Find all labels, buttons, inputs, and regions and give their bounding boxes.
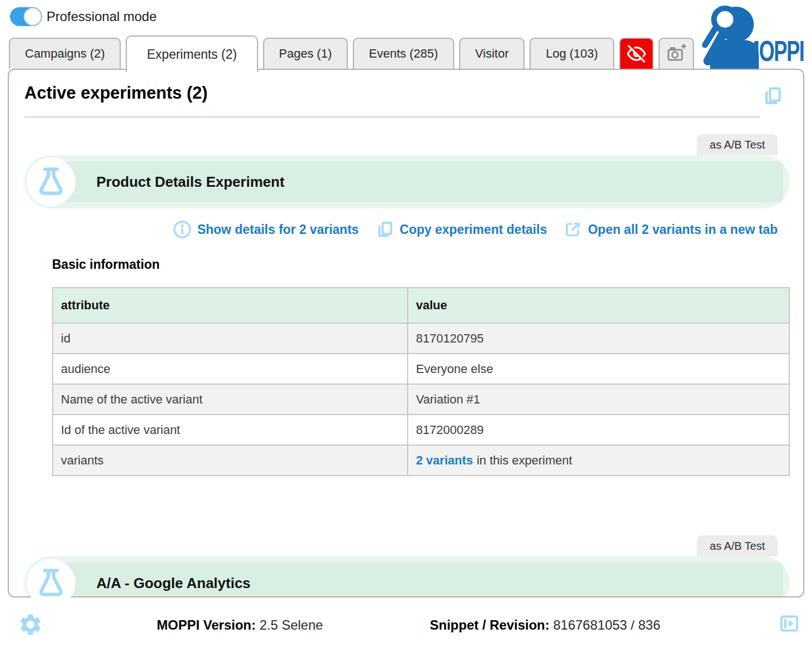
experiment-type-badge: as A/B Test (697, 134, 778, 155)
tab-pages[interactable]: Pages (1) (263, 38, 348, 69)
value-column-header: value (408, 288, 789, 323)
table-row: Id of the active variant 8172000289 (53, 415, 789, 445)
title-divider (24, 116, 760, 117)
professional-mode-label: Professional mode (47, 9, 157, 24)
value-cell: 8172000289 (408, 415, 789, 445)
flask-icon-circle (27, 157, 75, 206)
external-link-icon (563, 220, 582, 239)
copy-experiment-label: Copy experiment details (400, 222, 547, 237)
value-cell: Everyone else (408, 354, 789, 384)
moppi-debugger-window: Professional mode MOPPI Campaigns (2) Ex… (0, 0, 812, 654)
moppi-logo-text: MOPPI (743, 34, 804, 68)
tab-log[interactable]: Log (103) (530, 38, 614, 69)
tab-campaigns[interactable]: Campaigns (2) (9, 38, 121, 69)
settings-gear-icon[interactable] (18, 612, 43, 637)
experiment-actions-row: Show details for 2 variants Copy experim… (173, 218, 778, 241)
basic-information-table: attribute value id 8170120795 audience E… (52, 287, 790, 476)
show-details-label: Show details for 2 variants (197, 222, 358, 237)
info-icon (173, 220, 192, 239)
experiment-banner-clipped[interactable]: A/A - Google Analytics (24, 556, 790, 596)
experiment-name: A/A - Google Analytics (96, 556, 250, 596)
snippet-revision-text: Snippet / Revision: 8167681053 / 836 (430, 617, 660, 633)
copy-experiment-link[interactable]: Copy experiment details (376, 220, 547, 239)
table-header-row: attribute value (53, 288, 789, 323)
version-text: MOPPI Version: 2.5 Selene (157, 617, 323, 633)
attribute-cell: Name of the active variant (53, 384, 408, 415)
version-label: MOPPI Version: (157, 617, 256, 632)
tab-experiments[interactable]: Experiments (2) (126, 35, 258, 72)
table-row: variants 2 variantsin this experiment (53, 445, 789, 476)
attribute-cell: audience (53, 354, 408, 384)
snippet-value: 8167681053 / 836 (553, 617, 661, 632)
experiment-banner[interactable]: Product Details Experiment (24, 155, 790, 208)
flask-icon-circle (27, 559, 75, 607)
variants-link[interactable]: 2 variants (416, 453, 473, 467)
attribute-cell: id (53, 323, 408, 354)
open-side-panel-icon[interactable] (779, 613, 800, 634)
experiment-banner: A/A - Google Analytics (24, 556, 790, 596)
open-variants-link[interactable]: Open all 2 variants in a new tab (563, 220, 778, 239)
value-cell: 8170120795 (408, 323, 789, 354)
tab-visitor[interactable]: Visitor (459, 38, 525, 69)
professional-mode-toggle[interactable] (10, 7, 42, 26)
eye-off-icon (627, 44, 646, 63)
footer: MOPPI Version: 2.5 Selene Snippet / Revi… (0, 597, 812, 654)
flask-icon (35, 566, 67, 600)
value-cell: 2 variantsin this experiment (408, 445, 789, 476)
open-variants-label: Open all 2 variants in a new tab (588, 222, 778, 237)
attribute-cell: variants (53, 445, 408, 476)
attribute-cell: Id of the active variant (53, 415, 408, 445)
professional-mode-row: Professional mode (10, 7, 157, 26)
tab-bar: Campaigns (2) Experiments (2) Pages (1) … (9, 38, 694, 72)
camera-plus-icon (666, 43, 687, 64)
attribute-column-header: attribute (53, 288, 408, 323)
experiment-type-badge: as A/B Test (697, 535, 778, 556)
tab-events[interactable]: Events (285) (353, 38, 454, 69)
table-row: id 8170120795 (53, 323, 789, 354)
experiment-name: Product Details Experiment (96, 155, 285, 208)
version-value: 2.5 Selene (259, 617, 323, 632)
flask-icon (35, 165, 67, 199)
toggle-knob (24, 8, 42, 25)
copy-all-icon[interactable] (762, 85, 783, 106)
page-title: Active experiments (2) (24, 83, 208, 103)
screenshot-button[interactable] (659, 38, 694, 69)
variants-link-suffix: in this experiment (477, 453, 572, 467)
table-row: audience Everyone else (53, 354, 789, 384)
experiments-panel: Active experiments (2) as A/B Test Produ… (8, 69, 804, 597)
copy-icon (376, 220, 394, 239)
value-cell: Variation #1 (408, 384, 789, 415)
basic-information-heading: Basic information (52, 257, 160, 272)
table-row: Name of the active variant Variation #1 (53, 384, 789, 415)
show-details-link[interactable]: Show details for 2 variants (173, 220, 358, 239)
snippet-label: Snippet / Revision: (430, 617, 549, 632)
disable-tracking-button[interactable] (619, 38, 654, 69)
